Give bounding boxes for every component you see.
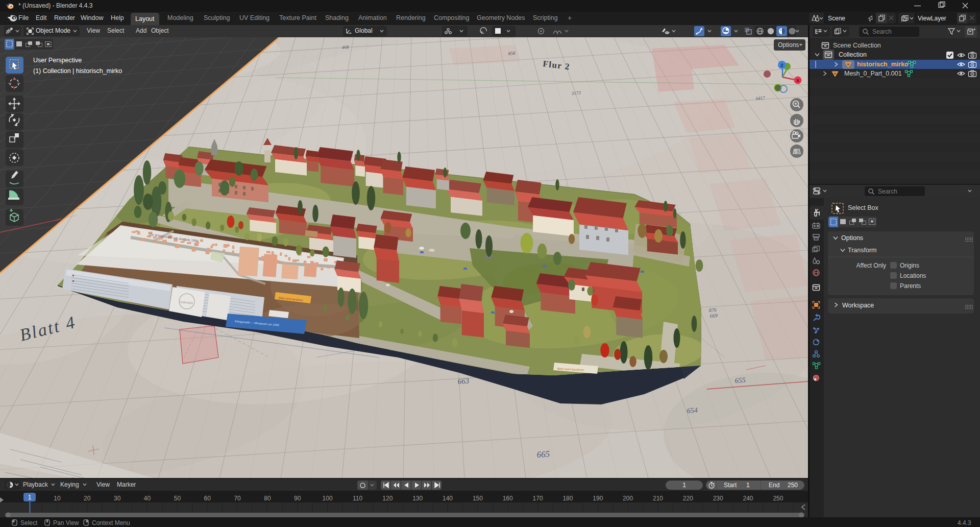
svg-text:190: 190: [593, 495, 603, 502]
svg-text:130: 130: [412, 495, 423, 502]
svg-text:160: 160: [503, 495, 513, 502]
svg-text:10: 10: [54, 495, 61, 502]
svg-text:20: 20: [84, 495, 91, 502]
svg-text:110: 110: [353, 495, 362, 502]
svg-text:210: 210: [653, 495, 663, 502]
svg-text:230: 230: [713, 495, 723, 502]
svg-text:120: 120: [382, 495, 393, 502]
svg-text:1: 1: [28, 494, 32, 501]
svg-text:40: 40: [144, 495, 151, 502]
svg-text:140: 140: [443, 495, 453, 502]
svg-text:180: 180: [562, 495, 573, 502]
svg-text:60: 60: [204, 495, 211, 502]
svg-text:50: 50: [174, 495, 181, 502]
svg-text:220: 220: [683, 495, 693, 502]
svg-text:150: 150: [473, 495, 483, 502]
svg-text:170: 170: [533, 495, 543, 502]
svg-text:250: 250: [773, 495, 783, 502]
svg-text:70: 70: [234, 495, 241, 502]
svg-text:30: 30: [114, 495, 121, 502]
svg-text:100: 100: [323, 495, 333, 502]
svg-text:90: 90: [294, 495, 301, 502]
svg-text:240: 240: [743, 495, 753, 502]
svg-text:80: 80: [264, 495, 271, 502]
svg-text:200: 200: [623, 495, 633, 502]
